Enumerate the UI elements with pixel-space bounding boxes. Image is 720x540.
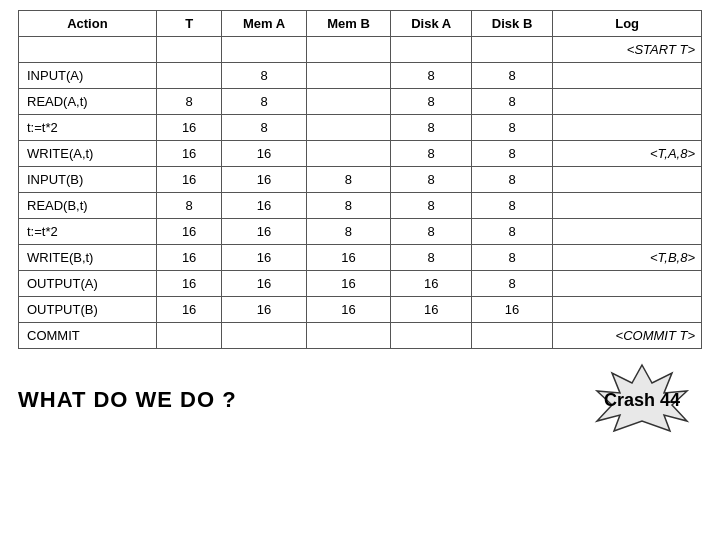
table-cell — [553, 193, 702, 219]
table-row: WRITE(B,t)16161688<T,B,8> — [19, 245, 702, 271]
bottom-area: WHAT DO WE DO ? Crash 44 — [0, 353, 720, 436]
table-cell: 16 — [156, 167, 222, 193]
table-cell: 16 — [391, 271, 472, 297]
table-cell: 16 — [222, 141, 306, 167]
table-cell — [391, 37, 472, 63]
table-cell: <START T> — [553, 37, 702, 63]
table-cell — [471, 323, 552, 349]
table-cell: 16 — [156, 219, 222, 245]
table-row: READ(B,t)816888 — [19, 193, 702, 219]
crash-badge: Crash 44 — [582, 363, 702, 436]
table-cell — [222, 323, 306, 349]
header-t: T — [156, 11, 222, 37]
table-cell: WRITE(B,t) — [19, 245, 157, 271]
table-cell: 16 — [156, 297, 222, 323]
table-cell: INPUT(A) — [19, 63, 157, 89]
table-cell: READ(B,t) — [19, 193, 157, 219]
table-cell — [553, 271, 702, 297]
table-cell — [553, 297, 702, 323]
table-cell — [306, 141, 391, 167]
table-row: WRITE(A,t)161688<T,A,8> — [19, 141, 702, 167]
header-diskB: Disk B — [471, 11, 552, 37]
table-cell — [553, 63, 702, 89]
table-cell — [471, 37, 552, 63]
table-row: t:=t*21616888 — [19, 219, 702, 245]
table-cell: 8 — [471, 219, 552, 245]
table-cell: 8 — [391, 219, 472, 245]
table-cell: 8 — [222, 115, 306, 141]
table-cell: 8 — [391, 141, 472, 167]
table-cell: 8 — [391, 89, 472, 115]
table-cell: 8 — [471, 89, 552, 115]
table-cell: 8 — [471, 115, 552, 141]
table-cell: <T,B,8> — [553, 245, 702, 271]
table-cell — [306, 323, 391, 349]
table-cell — [306, 63, 391, 89]
table-row: OUTPUT(B)1616161616 — [19, 297, 702, 323]
table-cell: READ(A,t) — [19, 89, 157, 115]
table-cell: 8 — [471, 141, 552, 167]
table-cell: 8 — [222, 89, 306, 115]
table-cell: 8 — [471, 245, 552, 271]
table-cell: 8 — [471, 271, 552, 297]
table-cell: INPUT(B) — [19, 167, 157, 193]
table-cell: 16 — [156, 245, 222, 271]
transaction-table: Action T Mem A Mem B Disk A Disk B Log <… — [18, 10, 702, 349]
table-cell: 16 — [391, 297, 472, 323]
table-row: OUTPUT(A)161616168 — [19, 271, 702, 297]
table-cell — [553, 167, 702, 193]
table-cell: COMMIT — [19, 323, 157, 349]
table-cell: 8 — [391, 63, 472, 89]
header-diskA: Disk A — [391, 11, 472, 37]
table-cell — [306, 37, 391, 63]
table-row: INPUT(A)888 — [19, 63, 702, 89]
table-cell: 16 — [306, 245, 391, 271]
header-memA: Mem A — [222, 11, 306, 37]
main-table-container: Action T Mem A Mem B Disk A Disk B Log <… — [0, 0, 720, 349]
table-cell: t:=t*2 — [19, 219, 157, 245]
table-cell: 16 — [156, 141, 222, 167]
table-cell: 8 — [306, 219, 391, 245]
table-row: t:=t*216888 — [19, 115, 702, 141]
header-action: Action — [19, 11, 157, 37]
table-cell: WRITE(A,t) — [19, 141, 157, 167]
table-cell: 8 — [306, 193, 391, 219]
table-cell: 16 — [222, 219, 306, 245]
table-row: INPUT(B)1616888 — [19, 167, 702, 193]
table-cell: 16 — [222, 193, 306, 219]
table-cell: <T,A,8> — [553, 141, 702, 167]
table-cell: OUTPUT(A) — [19, 271, 157, 297]
table-cell — [553, 115, 702, 141]
table-cell: 8 — [471, 193, 552, 219]
table-cell: OUTPUT(B) — [19, 297, 157, 323]
table-row: COMMIT<COMMIT T> — [19, 323, 702, 349]
table-row: READ(A,t)8888 — [19, 89, 702, 115]
table-cell: 8 — [156, 193, 222, 219]
table-cell: 16 — [222, 297, 306, 323]
table-cell: 8 — [471, 63, 552, 89]
what-text: WHAT DO WE DO ? — [18, 387, 237, 413]
table-cell — [553, 219, 702, 245]
table-cell — [222, 37, 306, 63]
table-cell: 8 — [222, 63, 306, 89]
header-log: Log — [553, 11, 702, 37]
table-cell: 16 — [306, 297, 391, 323]
table-cell — [306, 115, 391, 141]
table-cell — [156, 323, 222, 349]
table-cell: 16 — [222, 271, 306, 297]
table-cell: t:=t*2 — [19, 115, 157, 141]
table-cell: 8 — [156, 89, 222, 115]
table-row: <START T> — [19, 37, 702, 63]
crash-label: Crash 44 — [604, 389, 680, 410]
table-cell: 8 — [306, 167, 391, 193]
table-cell: 8 — [391, 167, 472, 193]
table-cell — [19, 37, 157, 63]
table-cell: 16 — [471, 297, 552, 323]
table-cell: 16 — [222, 245, 306, 271]
table-cell: 8 — [471, 167, 552, 193]
table-cell: 8 — [391, 245, 472, 271]
table-cell: 16 — [156, 115, 222, 141]
table-cell — [553, 89, 702, 115]
table-cell: 16 — [222, 167, 306, 193]
table-cell: 16 — [156, 271, 222, 297]
